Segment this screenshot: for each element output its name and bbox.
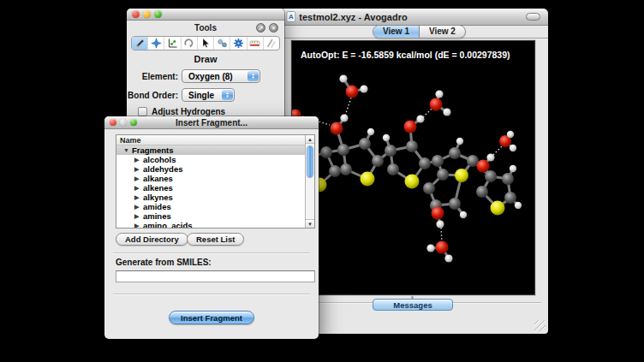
tools-dock-header: Tools ↗ × — [127, 21, 284, 35]
tree-item-label: Fragments — [132, 145, 174, 155]
main-window-title: testmol2.xyz - Avogadro — [299, 12, 407, 22]
tree-item[interactable]: ▶amino_acids — [116, 221, 306, 228]
measure-tool-button[interactable] — [247, 37, 264, 50]
molecules-icon — [217, 38, 228, 49]
ruler-icon — [249, 38, 260, 49]
tree-item-label: alkynes — [143, 193, 173, 202]
tree-item[interactable]: ▶alkenes — [116, 183, 306, 193]
separator — [113, 294, 310, 294]
tree-item[interactable]: ▶amines — [116, 211, 306, 221]
pencil-icon — [134, 38, 146, 49]
collapsed-triangle-icon[interactable]: ▶ — [134, 213, 143, 220]
tree-item-label: alkenes — [143, 183, 173, 193]
element-select[interactable]: Oxygen (8) ▲▼ — [182, 69, 260, 83]
rotate-arrow-icon — [183, 38, 194, 49]
tree-item-label: amino_acids — [143, 221, 193, 228]
tab-view-2[interactable]: View 2 — [420, 26, 465, 38]
bond-order-label: Bond Order: — [127, 91, 182, 100]
collapsed-triangle-icon[interactable]: ▶ — [134, 166, 143, 173]
adjust-hydrogens-label: Adjust Hydrogens — [152, 107, 225, 116]
minimize-traffic-light[interactable] — [143, 10, 151, 18]
auto-rotate-tool-button[interactable] — [214, 37, 230, 50]
manipulate-tool-button[interactable] — [182, 37, 198, 50]
selection-tool-button[interactable] — [198, 37, 214, 50]
bond-order-selected-value: Single — [188, 91, 214, 100]
separator — [113, 252, 310, 253]
auto-optimize-tool-button[interactable] — [230, 37, 247, 50]
tree-item[interactable]: ▶alkanes — [116, 174, 306, 183]
insert-fragment-titlebar[interactable]: Insert Fragment... — [104, 116, 319, 129]
tools-window: Tools ↗ × — [127, 9, 284, 122]
scrollbar-thumb[interactable] — [307, 145, 313, 178]
collapsed-triangle-icon[interactable]: ▶ — [134, 204, 143, 211]
molecule-render — [292, 41, 534, 294]
gear-icon — [233, 38, 244, 49]
tool-selector-toolbar — [131, 36, 280, 50]
element-row: Element: Oxygen (8) ▲▼ — [127, 69, 284, 83]
collapsed-triangle-icon[interactable]: ▶ — [134, 185, 143, 192]
gl-viewport[interactable]: AutoOpt: E = -16.5859 kcal/mol (dE = 0.0… — [291, 40, 535, 295]
tree-scrollbar[interactable]: ▲ ▼ — [305, 135, 314, 228]
dock-close-icon[interactable]: × — [269, 23, 278, 33]
navigate-star-icon — [151, 38, 162, 49]
tree-item-label: alkanes — [143, 174, 173, 183]
active-tool-title: Draw — [127, 54, 284, 64]
tools-window-titlebar[interactable] — [127, 9, 284, 21]
tree-item-label: amides — [143, 202, 171, 211]
collapsed-triangle-icon[interactable]: ▶ — [134, 223, 143, 229]
tree-item-label: alcohols — [143, 155, 176, 164]
tree-item[interactable]: ▶alcohols — [116, 155, 306, 164]
collapsed-triangle-icon[interactable]: ▶ — [134, 194, 143, 201]
chart-icon — [167, 38, 178, 49]
tree-item[interactable]: ▶alkynes — [116, 193, 306, 202]
draw-tool-button[interactable] — [132, 37, 148, 50]
toolbar-pill-button[interactable] — [526, 13, 540, 21]
dock-float-icon[interactable]: ↗ — [256, 23, 265, 33]
select-stepper-icon: ▲▼ — [247, 71, 259, 81]
tree-item-fragments[interactable]: ▼ Fragments — [116, 145, 306, 155]
collapsed-triangle-icon[interactable]: ▶ — [134, 157, 143, 163]
add-directory-button[interactable]: Add Directory — [116, 233, 188, 246]
adjust-hydrogens-checkbox[interactable] — [138, 107, 147, 116]
view-tab-bar: View 1 View 2 — [373, 25, 466, 39]
expanded-triangle-icon[interactable]: ▼ — [123, 147, 132, 153]
close-traffic-light[interactable] — [110, 119, 116, 126]
bond-order-row: Bond Order: Single ▲▼ — [127, 88, 284, 102]
tree-item-label: aldehydes — [143, 164, 182, 174]
tree-header-name[interactable]: Name — [116, 135, 314, 145]
select-stepper-icon: ▲▼ — [222, 90, 233, 100]
insert-fragment-window: Insert Fragment... Name ▼ Fragments ▶alc… — [104, 116, 319, 339]
element-selected-value: Oxygen (8) — [188, 72, 233, 81]
tree-item[interactable]: ▶aldehydes — [116, 164, 306, 174]
bond-order-select[interactable]: Single ▲▼ — [182, 88, 235, 102]
smiles-input[interactable] — [116, 270, 315, 282]
main-window-title-group: A testmol2.xyz - Avogadro — [286, 11, 407, 22]
collapsed-triangle-icon[interactable]: ▶ — [134, 175, 143, 182]
fragment-tree: Name ▼ Fragments ▶alcohols ▶aldehydes ▶a… — [116, 134, 315, 228]
navigate-tool-button[interactable] — [148, 37, 164, 50]
smiles-label: Generate from SMILES: — [116, 258, 212, 267]
tools-title: Tools — [194, 23, 217, 33]
tree-item-label: amines — [143, 211, 171, 221]
bond-centric-tool-button[interactable] — [164, 37, 181, 50]
minimize-traffic-light[interactable] — [120, 119, 127, 126]
messages-button[interactable]: Messages — [373, 299, 453, 311]
scroll-down-icon[interactable]: ▼ — [306, 219, 314, 228]
close-traffic-light[interactable] — [132, 10, 140, 18]
adjust-hydrogens-row: Adjust Hydrogens — [138, 107, 225, 116]
tree-item[interactable]: ▶amides — [116, 202, 306, 211]
cursor-icon — [200, 38, 211, 49]
insert-fragment-button[interactable]: Insert Fragment — [169, 311, 254, 324]
reset-list-button[interactable]: Reset List — [187, 233, 244, 246]
resize-grip[interactable] — [534, 320, 546, 331]
autoopt-status-text: AutoOpt: E = -16.5859 kcal/mol (dE = 0.0… — [301, 50, 510, 60]
scroll-up-icon[interactable]: ▲ — [306, 135, 314, 144]
document-icon: A — [286, 11, 295, 22]
align-lines-icon — [265, 38, 277, 49]
desktop: A testmol2.xyz - Avogadro View 1 View 2 … — [0, 0, 644, 362]
element-label: Element: — [127, 72, 182, 81]
zoom-traffic-light[interactable] — [130, 119, 137, 126]
zoom-traffic-light[interactable] — [154, 10, 162, 18]
tab-view-1[interactable]: View 1 — [373, 26, 420, 38]
align-tool-button[interactable] — [264, 37, 279, 50]
